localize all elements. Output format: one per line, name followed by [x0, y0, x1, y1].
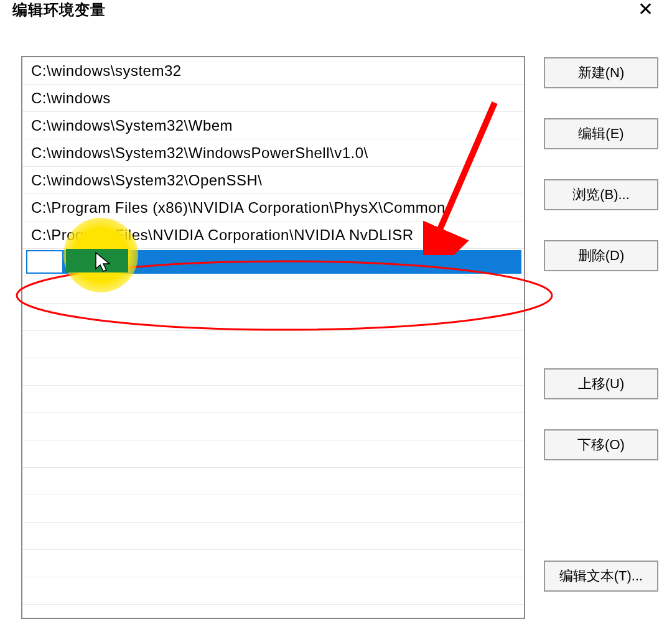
- button-spacer: [544, 301, 658, 338]
- edit-text-button[interactable]: 编辑文本(T)...: [544, 561, 658, 592]
- list-item[interactable]: C:\windows\system32: [22, 57, 524, 85]
- list-item[interactable]: C:\windows\System32\Wbem: [22, 112, 524, 139]
- list-item[interactable]: C:\Program Files\NVIDIA Corporation\NVID…: [22, 221, 524, 249]
- move-down-button[interactable]: 下移(O): [544, 429, 658, 460]
- move-up-button[interactable]: 上移(U): [544, 368, 658, 399]
- list-item[interactable]: C:\windows\System32\OpenSSH\: [22, 167, 524, 194]
- button-column: 新建(N) 编辑(E) 浏览(B)... 删除(D) 上移(U) 下移(O) 编…: [544, 56, 658, 619]
- new-button[interactable]: 新建(N): [544, 57, 658, 88]
- button-spacer: [544, 490, 658, 531]
- list-item[interactable]: C:\windows\System32\WindowsPowerShell\v1…: [22, 139, 524, 167]
- title-bar: 编辑环境变量 ✕: [0, 0, 672, 25]
- browse-button[interactable]: 浏览(B)...: [544, 179, 658, 210]
- delete-button[interactable]: 删除(D): [544, 240, 658, 271]
- list-item[interactable]: C:\Program Files (x86)\NVIDIA Corporatio…: [22, 194, 524, 221]
- list-item[interactable]: C:\windows: [22, 85, 524, 112]
- edit-button[interactable]: 编辑(E): [544, 118, 658, 149]
- edit-input[interactable]: [26, 250, 63, 274]
- window-title: 编辑环境变量: [12, 0, 106, 20]
- content-area: C:\windows\system32 C:\windows C:\window…: [0, 25, 672, 619]
- close-icon[interactable]: ✕: [632, 0, 660, 19]
- editing-row[interactable]: [26, 250, 521, 274]
- path-listbox[interactable]: C:\windows\system32 C:\windows C:\window…: [21, 56, 525, 619]
